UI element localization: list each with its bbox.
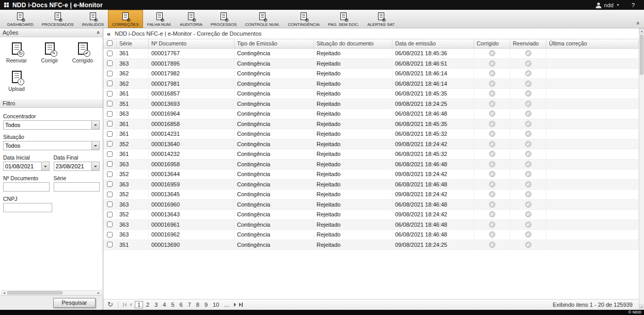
page-button-7[interactable]: 7 bbox=[186, 301, 193, 308]
sidebar-collapse-icon[interactable]: « bbox=[107, 30, 111, 38]
column-header-corrigido[interactable]: Corrigido bbox=[474, 39, 510, 48]
help-button[interactable]: ? bbox=[632, 2, 635, 8]
tab-processos[interactable]: PROCESSOS bbox=[207, 10, 241, 28]
search-button[interactable]: Pesquisar bbox=[53, 298, 96, 308]
page-button-9[interactable]: 9 bbox=[202, 301, 210, 308]
page-button-10[interactable]: 10 bbox=[211, 301, 221, 308]
tab-alertas-sat[interactable]: ALERTAS SAT bbox=[363, 10, 399, 28]
ribbon-collapse-icon[interactable]: « bbox=[635, 22, 641, 25]
calendar-dropdown-icon[interactable] bbox=[91, 162, 99, 170]
row-checkbox[interactable] bbox=[107, 222, 113, 227]
table-row[interactable]: 363000016959ContingênciaRejeitado06/08/2… bbox=[103, 180, 639, 190]
app-grid-icon[interactable] bbox=[4, 3, 9, 7]
username-menu[interactable]: ndd bbox=[604, 2, 614, 8]
column-header-data-de-emissao[interactable]: Data de emissão bbox=[392, 39, 474, 48]
column-header-serie[interactable]: Série bbox=[117, 39, 149, 48]
table-row[interactable]: 363000016961ContingênciaRejeitado06/08/2… bbox=[103, 220, 639, 230]
table-row[interactable]: 362000017982ContingênciaRejeitado06/08/2… bbox=[103, 69, 639, 79]
dropdown-arrow-icon[interactable] bbox=[91, 141, 99, 150]
table-row[interactable]: 351000013690ContingênciaRejeitado09/08/2… bbox=[103, 240, 639, 250]
actions-collapse-icon[interactable]: « bbox=[96, 31, 102, 34]
data-inicial-value[interactable] bbox=[4, 162, 41, 170]
action-reenviar[interactable]: ↻Reenviar bbox=[0, 41, 33, 64]
row-checkbox[interactable] bbox=[107, 242, 113, 247]
data-inicial-picker[interactable] bbox=[3, 162, 50, 171]
table-row[interactable]: 363000016960ContingênciaRejeitado06/08/2… bbox=[103, 200, 639, 210]
table-row[interactable]: 362000017981ContingênciaRejeitado06/08/2… bbox=[103, 79, 639, 89]
page-button-6[interactable]: 6 bbox=[178, 301, 185, 308]
scroll-right-icon[interactable]: ▶ bbox=[96, 291, 101, 295]
page-button-5[interactable]: 5 bbox=[169, 301, 176, 308]
tab-correcoes[interactable]: CORREÇÕES bbox=[108, 10, 143, 28]
row-checkbox[interactable] bbox=[107, 51, 113, 56]
table-row[interactable]: 351000013693ContingênciaRejeitado09/08/2… bbox=[103, 99, 639, 109]
column-header-tipo-de-emissao[interactable]: Tipo de Emissão bbox=[234, 39, 314, 48]
action-upload[interactable]: ↑Upload bbox=[0, 70, 33, 92]
table-row[interactable]: 361000016857ContingênciaRejeitado06/08/2… bbox=[103, 89, 639, 99]
table-row[interactable]: 352000013644ContingênciaRejeitado09/08/2… bbox=[103, 169, 639, 180]
page-button-2[interactable]: 2 bbox=[144, 301, 151, 308]
table-row[interactable]: 352000013643ContingênciaRejeitado09/08/2… bbox=[103, 210, 639, 220]
row-checkbox[interactable] bbox=[107, 111, 113, 117]
table-row[interactable]: 363000016964ContingênciaRejeitado06/08/2… bbox=[103, 109, 639, 119]
data-final-value[interactable] bbox=[54, 162, 92, 170]
table-row[interactable]: 363000017895ContingênciaRejeitado06/08/2… bbox=[103, 59, 639, 69]
column-header-reenviado[interactable]: Reenviado bbox=[510, 39, 546, 48]
row-checkbox[interactable] bbox=[107, 171, 113, 177]
action-corrigir[interactable]: ✎Corrigir bbox=[33, 41, 66, 64]
tab-contingencia[interactable]: CONTINGÊNCIA bbox=[284, 10, 324, 28]
row-checkbox[interactable] bbox=[107, 71, 113, 76]
row-checkbox[interactable] bbox=[107, 212, 113, 217]
column-header-ultima-correcao[interactable]: Última correção bbox=[546, 39, 639, 48]
row-checkbox[interactable] bbox=[107, 161, 113, 167]
tab-pag-sem-doc[interactable]: PAG. SEM DOC. bbox=[324, 10, 363, 28]
row-checkbox[interactable] bbox=[107, 131, 113, 137]
row-checkbox[interactable] bbox=[107, 201, 113, 207]
row-checkbox[interactable] bbox=[107, 60, 113, 66]
table-row[interactable]: 363000016962ContingênciaRejeitado06/08/2… bbox=[103, 230, 639, 240]
row-checkbox[interactable] bbox=[107, 81, 113, 86]
column-header-situacao-do-documento[interactable]: Situação do documento bbox=[314, 39, 392, 48]
tab-controle-num[interactable]: CONTROLE NUM. bbox=[241, 10, 284, 28]
prev-page-button[interactable] bbox=[130, 303, 132, 307]
table-row[interactable]: 361000016858ContingênciaRejeitado06/08/2… bbox=[103, 119, 639, 130]
tab-dashboard[interactable]: DASHBOARD bbox=[3, 10, 38, 28]
vertical-scrollbar[interactable]: ▲ ▼ bbox=[639, 28, 644, 310]
table-row[interactable]: 363000016958ContingênciaRejeitado06/08/2… bbox=[103, 160, 639, 170]
calendar-dropdown-icon[interactable] bbox=[41, 162, 49, 170]
data-final-picker[interactable] bbox=[54, 162, 100, 171]
concentrador-select[interactable] bbox=[3, 120, 100, 130]
table-row[interactable]: 361000017767ContingênciaRejeitado06/08/2… bbox=[103, 49, 639, 59]
action-corrigido[interactable]: ✔Corrigido bbox=[66, 41, 99, 64]
dropdown-arrow-icon[interactable] bbox=[91, 121, 99, 129]
serie-input[interactable] bbox=[54, 182, 100, 192]
first-page-button[interactable] bbox=[123, 303, 127, 307]
select-all-checkbox[interactable] bbox=[107, 40, 113, 46]
page-button-4[interactable]: 4 bbox=[161, 301, 168, 308]
table-row[interactable]: 361000014232ContingênciaRejeitado06/08/2… bbox=[103, 149, 639, 160]
concentrador-value[interactable] bbox=[4, 121, 91, 129]
page-button-8[interactable]: 8 bbox=[194, 301, 201, 308]
row-checkbox[interactable] bbox=[107, 232, 113, 238]
row-checkbox[interactable] bbox=[107, 192, 113, 197]
table-row[interactable]: 352000013645ContingênciaRejeitado09/08/2… bbox=[103, 190, 639, 200]
row-checkbox[interactable] bbox=[107, 151, 113, 157]
scroll-up-icon[interactable]: ▲ bbox=[639, 28, 644, 34]
sidebar-horizontal-scrollbar[interactable]: ◀ ▶ bbox=[1, 290, 102, 295]
tab-invalidos[interactable]: INVÁLIDOS bbox=[77, 10, 108, 28]
last-page-button[interactable] bbox=[239, 303, 243, 307]
next-page-button[interactable] bbox=[234, 303, 236, 307]
scrollbar-thumb[interactable] bbox=[640, 35, 643, 75]
row-checkbox[interactable] bbox=[107, 121, 113, 127]
row-checkbox[interactable] bbox=[107, 101, 113, 106]
refresh-icon[interactable]: ↻ bbox=[107, 301, 113, 308]
table-row[interactable]: 352000013640ContingênciaRejeitado09/08/2… bbox=[103, 139, 639, 150]
row-checkbox[interactable] bbox=[107, 91, 113, 97]
column-header-n-documento[interactable]: Nº Documento bbox=[149, 39, 234, 48]
row-checkbox[interactable] bbox=[107, 141, 113, 147]
scroll-left-icon[interactable]: ◀ bbox=[2, 291, 7, 295]
chevron-down-icon[interactable]: ▼ bbox=[616, 3, 620, 7]
cnpj-input[interactable] bbox=[3, 203, 52, 212]
row-checkbox[interactable] bbox=[107, 181, 113, 187]
scroll-down-icon[interactable]: ▼ bbox=[639, 305, 644, 310]
